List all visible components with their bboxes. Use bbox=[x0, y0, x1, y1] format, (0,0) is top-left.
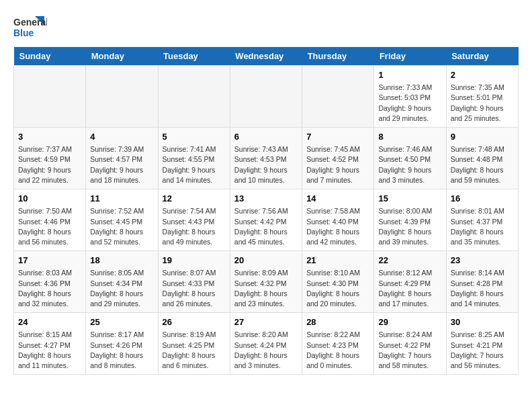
calendar-day-cell: 8Sunrise: 7:46 AM Sunset: 4:50 PM Daylig… bbox=[374, 128, 446, 189]
calendar-day-cell: 6Sunrise: 7:43 AM Sunset: 4:53 PM Daylig… bbox=[230, 128, 302, 189]
day-number: 16 bbox=[451, 193, 514, 205]
day-info: Sunrise: 8:19 AM Sunset: 4:25 PM Dayligh… bbox=[163, 330, 226, 371]
calendar-day-cell: 21Sunrise: 8:10 AM Sunset: 4:30 PM Dayli… bbox=[302, 251, 374, 313]
day-number: 27 bbox=[234, 316, 298, 328]
day-info: Sunrise: 8:10 AM Sunset: 4:30 PM Dayligh… bbox=[306, 268, 369, 309]
day-number: 26 bbox=[163, 316, 226, 328]
day-info: Sunrise: 8:17 AM Sunset: 4:26 PM Dayligh… bbox=[90, 330, 153, 371]
calendar-day-cell: 7Sunrise: 7:45 AM Sunset: 4:52 PM Daylig… bbox=[302, 128, 374, 189]
day-number: 29 bbox=[378, 316, 441, 328]
calendar-week-row: 10Sunrise: 7:50 AM Sunset: 4:46 PM Dayli… bbox=[14, 189, 519, 251]
calendar-day-cell: 1Sunrise: 7:33 AM Sunset: 5:03 PM Daylig… bbox=[374, 66, 446, 128]
calendar-day-cell: 16Sunrise: 8:01 AM Sunset: 4:37 PM Dayli… bbox=[446, 189, 518, 251]
day-number: 21 bbox=[306, 255, 369, 267]
calendar-day-cell: 30Sunrise: 8:25 AM Sunset: 4:21 PM Dayli… bbox=[446, 313, 518, 375]
calendar-day-cell bbox=[230, 66, 302, 128]
calendar-day-cell bbox=[86, 66, 158, 128]
day-number: 23 bbox=[451, 255, 514, 267]
calendar-week-row: 17Sunrise: 8:03 AM Sunset: 4:36 PM Dayli… bbox=[14, 251, 519, 313]
day-number: 5 bbox=[163, 131, 226, 143]
logo: GeneralBlue bbox=[13, 13, 47, 40]
calendar-day-cell: 25Sunrise: 8:17 AM Sunset: 4:26 PM Dayli… bbox=[86, 313, 158, 375]
day-number: 28 bbox=[306, 316, 369, 328]
day-of-week-header: Thursday bbox=[302, 47, 374, 66]
day-info: Sunrise: 7:41 AM Sunset: 4:55 PM Dayligh… bbox=[163, 144, 226, 185]
day-info: Sunrise: 8:01 AM Sunset: 4:37 PM Dayligh… bbox=[451, 206, 514, 247]
day-of-week-header: Monday bbox=[86, 47, 158, 66]
day-number: 7 bbox=[306, 131, 369, 143]
calendar-day-cell: 17Sunrise: 8:03 AM Sunset: 4:36 PM Dayli… bbox=[14, 251, 86, 313]
day-number: 6 bbox=[234, 131, 298, 143]
calendar-week-row: 24Sunrise: 8:15 AM Sunset: 4:27 PM Dayli… bbox=[14, 313, 519, 375]
calendar-header-row: SundayMondayTuesdayWednesdayThursdayFrid… bbox=[14, 47, 519, 66]
day-number: 10 bbox=[18, 193, 81, 205]
day-info: Sunrise: 8:09 AM Sunset: 4:32 PM Dayligh… bbox=[234, 268, 298, 309]
calendar-day-cell: 4Sunrise: 7:39 AM Sunset: 4:57 PM Daylig… bbox=[86, 128, 158, 189]
day-info: Sunrise: 8:05 AM Sunset: 4:34 PM Dayligh… bbox=[90, 268, 153, 309]
calendar-week-row: 3Sunrise: 7:37 AM Sunset: 4:59 PM Daylig… bbox=[14, 128, 519, 189]
calendar-day-cell: 24Sunrise: 8:15 AM Sunset: 4:27 PM Dayli… bbox=[14, 313, 86, 375]
calendar-day-cell: 29Sunrise: 8:24 AM Sunset: 4:22 PM Dayli… bbox=[374, 313, 446, 375]
day-number: 4 bbox=[90, 131, 153, 143]
day-info: Sunrise: 7:54 AM Sunset: 4:43 PM Dayligh… bbox=[163, 206, 226, 247]
calendar-day-cell: 14Sunrise: 7:58 AM Sunset: 4:40 PM Dayli… bbox=[302, 189, 374, 251]
day-info: Sunrise: 7:56 AM Sunset: 4:42 PM Dayligh… bbox=[234, 206, 298, 247]
calendar-day-cell bbox=[158, 66, 230, 128]
calendar-day-cell: 20Sunrise: 8:09 AM Sunset: 4:32 PM Dayli… bbox=[230, 251, 302, 313]
calendar-day-cell: 18Sunrise: 8:05 AM Sunset: 4:34 PM Dayli… bbox=[86, 251, 158, 313]
day-number: 22 bbox=[378, 255, 441, 267]
logo-svg: GeneralBlue bbox=[13, 13, 47, 40]
day-info: Sunrise: 7:58 AM Sunset: 4:40 PM Dayligh… bbox=[306, 206, 369, 247]
day-info: Sunrise: 8:20 AM Sunset: 4:24 PM Dayligh… bbox=[234, 330, 298, 371]
day-info: Sunrise: 8:07 AM Sunset: 4:33 PM Dayligh… bbox=[163, 268, 226, 309]
day-number: 17 bbox=[18, 255, 81, 267]
day-info: Sunrise: 7:48 AM Sunset: 4:48 PM Dayligh… bbox=[451, 144, 514, 185]
day-info: Sunrise: 7:50 AM Sunset: 4:46 PM Dayligh… bbox=[18, 206, 81, 247]
day-number: 25 bbox=[90, 316, 153, 328]
day-number: 11 bbox=[90, 193, 153, 205]
day-info: Sunrise: 8:00 AM Sunset: 4:39 PM Dayligh… bbox=[378, 206, 441, 247]
calendar-day-cell: 2Sunrise: 7:35 AM Sunset: 5:01 PM Daylig… bbox=[446, 66, 518, 128]
day-number: 18 bbox=[90, 255, 153, 267]
calendar-day-cell: 11Sunrise: 7:52 AM Sunset: 4:45 PM Dayli… bbox=[86, 189, 158, 251]
day-of-week-header: Friday bbox=[374, 47, 446, 66]
day-number: 24 bbox=[18, 316, 81, 328]
day-number: 30 bbox=[451, 316, 514, 328]
day-of-week-header: Wednesday bbox=[230, 47, 302, 66]
calendar-day-cell: 10Sunrise: 7:50 AM Sunset: 4:46 PM Dayli… bbox=[14, 189, 86, 251]
day-info: Sunrise: 8:22 AM Sunset: 4:23 PM Dayligh… bbox=[306, 330, 369, 371]
calendar-day-cell: 23Sunrise: 8:14 AM Sunset: 4:28 PM Dayli… bbox=[446, 251, 518, 313]
day-number: 20 bbox=[234, 255, 298, 267]
day-info: Sunrise: 7:46 AM Sunset: 4:50 PM Dayligh… bbox=[378, 144, 441, 185]
calendar-day-cell: 26Sunrise: 8:19 AM Sunset: 4:25 PM Dayli… bbox=[158, 313, 230, 375]
day-info: Sunrise: 8:03 AM Sunset: 4:36 PM Dayligh… bbox=[18, 268, 81, 309]
day-of-week-header: Tuesday bbox=[158, 47, 230, 66]
svg-text:General: General bbox=[13, 17, 47, 28]
day-info: Sunrise: 7:33 AM Sunset: 5:03 PM Dayligh… bbox=[378, 83, 441, 124]
day-number: 14 bbox=[306, 193, 369, 205]
day-info: Sunrise: 8:25 AM Sunset: 4:21 PM Dayligh… bbox=[451, 330, 514, 371]
day-number: 1 bbox=[378, 69, 441, 81]
calendar-day-cell: 22Sunrise: 8:12 AM Sunset: 4:29 PM Dayli… bbox=[374, 251, 446, 313]
day-number: 8 bbox=[378, 131, 441, 143]
day-number: 13 bbox=[234, 193, 298, 205]
day-info: Sunrise: 7:45 AM Sunset: 4:52 PM Dayligh… bbox=[306, 144, 369, 185]
day-number: 15 bbox=[378, 193, 441, 205]
day-info: Sunrise: 8:24 AM Sunset: 4:22 PM Dayligh… bbox=[378, 330, 441, 371]
day-of-week-header: Saturday bbox=[446, 47, 518, 66]
day-number: 9 bbox=[451, 131, 514, 143]
calendar: SundayMondayTuesdayWednesdayThursdayFrid… bbox=[13, 47, 519, 375]
svg-text:Blue: Blue bbox=[13, 28, 34, 38]
day-number: 19 bbox=[163, 255, 226, 267]
calendar-day-cell bbox=[14, 66, 86, 128]
calendar-week-row: 1Sunrise: 7:33 AM Sunset: 5:03 PM Daylig… bbox=[14, 66, 519, 128]
day-info: Sunrise: 7:52 AM Sunset: 4:45 PM Dayligh… bbox=[90, 206, 153, 247]
day-info: Sunrise: 8:14 AM Sunset: 4:28 PM Dayligh… bbox=[451, 268, 514, 309]
calendar-day-cell: 9Sunrise: 7:48 AM Sunset: 4:48 PM Daylig… bbox=[446, 128, 518, 189]
day-number: 3 bbox=[18, 131, 81, 143]
day-number: 12 bbox=[163, 193, 226, 205]
day-info: Sunrise: 8:12 AM Sunset: 4:29 PM Dayligh… bbox=[378, 268, 441, 309]
day-info: Sunrise: 7:39 AM Sunset: 4:57 PM Dayligh… bbox=[90, 144, 153, 185]
calendar-day-cell: 5Sunrise: 7:41 AM Sunset: 4:55 PM Daylig… bbox=[158, 128, 230, 189]
header: GeneralBlue bbox=[13, 13, 519, 40]
